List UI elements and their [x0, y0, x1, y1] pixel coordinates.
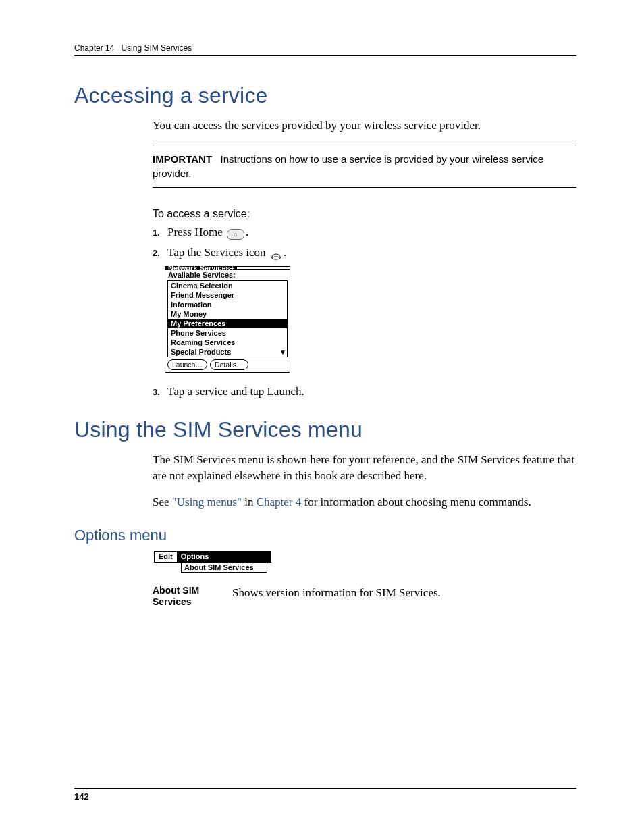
list-item[interactable]: Special Products	[168, 347, 287, 357]
palm-services-list: Cinema Selection Friend Messenger Inform…	[167, 280, 288, 357]
procedure-heading: To access a service:	[153, 208, 576, 220]
section-heading-sim-menu: Using the SIM Services menu	[74, 417, 576, 442]
step-number: 3.	[153, 387, 167, 397]
definition-term: About SIM Services	[153, 585, 232, 608]
menu-options-selected[interactable]: Options	[177, 552, 271, 562]
svg-point-0	[272, 257, 280, 259]
definition-description: Shows version information for SIM Servic…	[232, 585, 441, 608]
intro-paragraph: You can access the services provided by …	[153, 118, 576, 134]
step-number: 1.	[153, 228, 167, 238]
scroll-down-icon[interactable]: ▼	[279, 349, 286, 356]
definition-row: About SIM Services Shows version informa…	[153, 585, 576, 608]
page-number: 142	[74, 788, 576, 802]
services-icon	[270, 250, 282, 258]
home-icon: ⌂	[227, 229, 244, 240]
step-text: Tap a service and tap Launch.	[167, 385, 304, 398]
menu-edit[interactable]: Edit	[155, 552, 177, 562]
step-2: 2. Tap the Services icon .	[153, 246, 576, 259]
section-heading-accessing: Accessing a service	[74, 83, 576, 108]
menu-item-about[interactable]: About SIM Services	[181, 563, 267, 573]
step-1: 1. Press Home ⌂.	[153, 226, 576, 239]
important-label: IMPORTANT	[153, 153, 212, 165]
launch-button[interactable]: Launch…	[167, 359, 207, 370]
using-menus-link[interactable]: "Using menus"	[172, 496, 242, 509]
list-item[interactable]: Roaming Services	[168, 338, 287, 347]
list-item[interactable]: My Money	[168, 309, 287, 319]
steps-list: 1. Press Home ⌂. 2. Tap the Services ico…	[153, 226, 576, 259]
list-item[interactable]: Friend Messenger	[168, 290, 287, 300]
options-menu-heading: Options menu	[74, 527, 576, 544]
list-item[interactable]: Information	[168, 300, 287, 309]
steps-list-continued: 3. Tap a service and tap Launch.	[153, 385, 576, 398]
sim-menu-paragraph: The SIM Services menu is shown here for …	[153, 452, 576, 484]
step-3: 3. Tap a service and tap Launch.	[153, 385, 576, 398]
palm-screenshot: Network Services+ Available Services: Ci…	[165, 266, 576, 373]
palm-subtitle: Available Services:	[165, 270, 290, 280]
list-item[interactable]: Phone Services	[168, 328, 287, 338]
sim-menu-see-also: See "Using menus" in Chapter 4 for infor…	[153, 494, 576, 511]
chapter-number: Chapter 14	[74, 43, 114, 53]
details-button[interactable]: Details…	[210, 359, 248, 370]
important-note: IMPORTANT Instructions on how to use a s…	[153, 145, 576, 188]
list-item-selected[interactable]: My Preferences	[168, 319, 287, 328]
step-text: Tap the Services icon	[167, 246, 269, 259]
chapter-title: Using SIM Services	[121, 43, 192, 53]
palm-window-title: Network Services+	[165, 267, 237, 269]
chapter-4-link[interactable]: Chapter 4	[257, 496, 302, 509]
menu-screenshot: Edit Options About SIM Services	[154, 551, 576, 573]
step-number: 2.	[153, 248, 167, 258]
list-item[interactable]: Cinema Selection	[168, 281, 287, 290]
page-header: Chapter 14 Using SIM Services	[74, 43, 576, 56]
step-text: Press Home	[167, 226, 225, 238]
